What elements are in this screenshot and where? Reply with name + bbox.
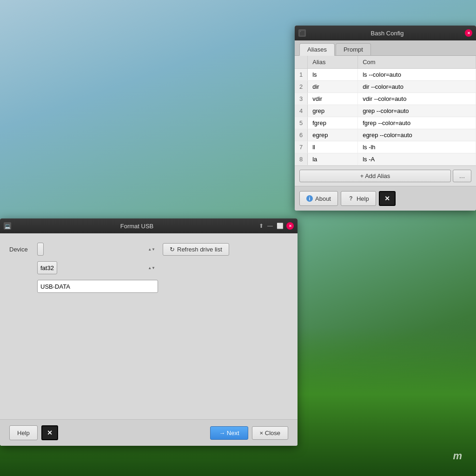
format-usb-window: 💻 Format USB ⬆ — ⬜ ✕ Device ↻ Refresh dr… [0, 218, 298, 446]
about-label: About [315, 195, 331, 202]
add-alias-button[interactable]: + Add Alias [299, 170, 451, 182]
device-row: Device ↻ Refresh drive list [9, 243, 288, 256]
next-button[interactable]: → Next [210, 426, 248, 440]
row-alias: fgrep [308, 117, 358, 129]
table-row: 8 la ls -A [295, 153, 476, 165]
device-select[interactable] [37, 243, 44, 256]
col-num [295, 56, 308, 69]
volume-label-row [9, 280, 288, 293]
table-row: 6 egrep egrep --color=auto [295, 129, 476, 141]
help-button[interactable]: Help [9, 425, 38, 440]
row-alias: vdir [308, 93, 358, 105]
row-alias: egrep [308, 129, 358, 141]
row-alias: ls [308, 69, 358, 81]
alias-table: Alias Com 1 ls ls --color=auto 2 dir dir… [295, 56, 476, 165]
bash-close-button[interactable]: ✕ [465, 29, 472, 37]
col-alias: Alias [308, 56, 358, 69]
row-alias: la [308, 153, 358, 165]
row-alias: grep [308, 105, 358, 117]
close-button[interactable]: ✕ [286, 222, 294, 230]
minimize-icon: — [267, 223, 273, 229]
tab-aliases[interactable]: Aliases [299, 43, 335, 56]
bash-config-body: Alias Com 1 ls ls --color=auto 2 dir dir… [295, 56, 476, 186]
refresh-icon: ↻ [170, 246, 175, 253]
footer-left: Help ✕ [9, 425, 58, 440]
table-row: 1 ls ls --color=auto [295, 69, 476, 81]
col-command: Com [358, 56, 476, 69]
table-row: 3 vdir vdir --color=auto [295, 93, 476, 105]
row-num: 4 [295, 105, 308, 117]
table-header-row: Alias Com [295, 56, 476, 69]
bash-mx-icon-button[interactable]: ✕ [379, 191, 396, 206]
row-command: ls -A [358, 153, 476, 165]
row-num: 6 [295, 129, 308, 141]
info-icon: i [306, 195, 313, 202]
footer-right: → Next × Close [210, 426, 288, 440]
tab-prompt[interactable]: Prompt [336, 43, 371, 55]
desktop: m 💻 Format USB ⬆ — ⬜ ✕ Device ↻ [0, 0, 476, 476]
restore-icon: ⬜ [277, 223, 284, 229]
device-label: Device [9, 246, 33, 253]
bash-config-icon: ⬛ [298, 29, 306, 37]
close-label: × Close [260, 430, 280, 436]
table-row: 5 fgrep fgrep --color=auto [295, 117, 476, 129]
refresh-label: Refresh drive list [177, 246, 222, 253]
row-command: ls -lh [358, 141, 476, 153]
refresh-button[interactable]: ↻ Refresh drive list [163, 243, 229, 256]
bash-config-window: ⬛ Bash Config ✕ Aliases Prompt Alias Com [295, 26, 476, 211]
filesystem-select[interactable]: fat32 ext4 ntfs [37, 261, 57, 274]
titlebar-right-icons: ⬆ — ⬜ [259, 223, 284, 229]
device-select-wrapper [37, 243, 158, 256]
tabs-bar: Aliases Prompt [295, 40, 476, 56]
help-bash-label: Help [357, 195, 369, 202]
format-usb-titlebar[interactable]: 💻 Format USB ⬆ — ⬜ ✕ [0, 218, 298, 233]
table-row: 7 ll ls -lh [295, 141, 476, 153]
next-label: → Next [219, 430, 239, 436]
upload-icon: ⬆ [259, 223, 264, 229]
row-command: dir --color=auto [358, 81, 476, 93]
close-btn[interactable]: × Close [252, 426, 288, 440]
bash-config-title: Bash Config [310, 30, 465, 37]
format-usb-window-icon: 💻 [4, 222, 11, 230]
alias-table-container[interactable]: Alias Com 1 ls ls --color=auto 2 dir dir… [295, 56, 476, 165]
mx-icon-button[interactable]: ✕ [41, 425, 58, 440]
row-alias: dir [308, 81, 358, 93]
row-command: egrep --color=auto [358, 129, 476, 141]
row-alias: ll [308, 141, 358, 153]
bash-config-titlebar[interactable]: ⬛ Bash Config ✕ [295, 26, 476, 40]
row-num: 2 [295, 81, 308, 93]
format-usb-title: Format USB [15, 223, 259, 230]
bash-footer: i About ? Help ✕ [295, 186, 476, 211]
row-command: ls --color=auto [358, 69, 476, 81]
row-num: 5 [295, 117, 308, 129]
table-row: 4 grep grep --color=auto [295, 105, 476, 117]
row-num: 1 [295, 69, 308, 81]
row-num: 8 [295, 153, 308, 165]
extra-action-button[interactable]: … [453, 170, 471, 182]
table-row: 2 dir dir --color=auto [295, 81, 476, 93]
format-usb-body: Device ↻ Refresh drive list fat32 ext4 [0, 233, 298, 419]
row-command: grep --color=auto [358, 105, 476, 117]
row-num: 3 [295, 93, 308, 105]
question-icon: ? [348, 195, 354, 202]
row-command: vdir --color=auto [358, 93, 476, 105]
help-bash-button[interactable]: ? Help [341, 191, 376, 206]
volume-label-input[interactable] [37, 280, 158, 293]
filesystem-row: fat32 ext4 ntfs [9, 261, 288, 274]
row-command: fgrep --color=auto [358, 117, 476, 129]
watermark: m [453, 450, 462, 462]
filesystem-select-wrapper: fat32 ext4 ntfs [37, 261, 158, 274]
about-button[interactable]: i About [299, 191, 338, 206]
format-usb-footer: Help ✕ → Next × Close [0, 419, 298, 446]
row-num: 7 [295, 141, 308, 153]
add-alias-bar: + Add Alias … [295, 165, 476, 186]
